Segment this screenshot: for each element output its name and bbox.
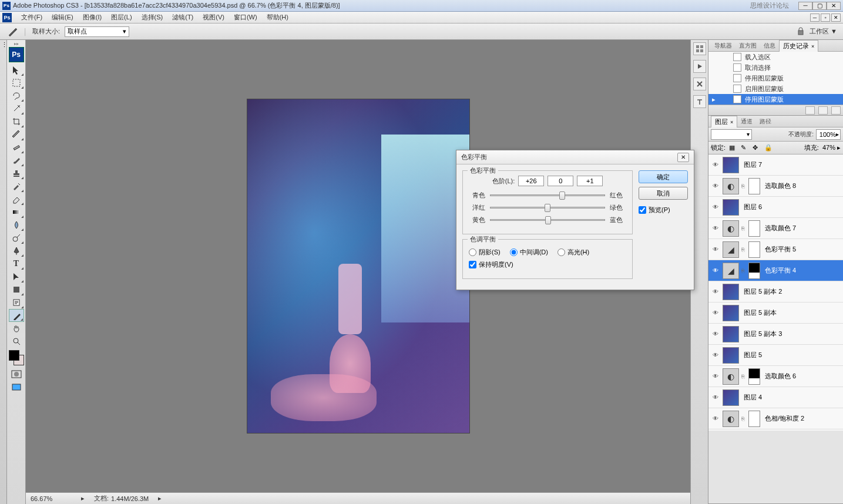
preserve-luminosity-checkbox[interactable]: 保持明度(V)	[469, 260, 513, 269]
layer-mask-thumb[interactable]	[748, 263, 760, 279]
dialog-titlebar[interactable]: 色彩平衡 ✕	[456, 150, 694, 164]
ps-menu-icon[interactable]: Ps	[2, 13, 12, 22]
layer-mask-thumb[interactable]	[748, 411, 760, 427]
magic-wand-tool[interactable]	[9, 102, 24, 115]
layer-thumb[interactable]	[723, 178, 739, 194]
toolbox-grip[interactable]: ▸▸	[7, 41, 25, 46]
layer-row[interactable]: 图层 6	[708, 197, 843, 218]
visibility-toggle[interactable]	[711, 414, 720, 424]
marquee-tool[interactable]	[9, 76, 24, 89]
close-icon[interactable]: ×	[811, 43, 814, 49]
visibility-toggle[interactable]	[711, 351, 720, 360]
layer-thumb[interactable]	[723, 157, 739, 173]
new-snapshot-icon[interactable]	[805, 106, 815, 115]
layer-thumb[interactable]	[723, 305, 739, 321]
layer-name[interactable]: 选取颜色 8	[763, 182, 841, 190]
lock-transparency-icon[interactable]: ▦	[729, 144, 737, 152]
lock-pixels-icon[interactable]: ✎	[741, 144, 749, 152]
history-item[interactable]: 启用图层蒙版	[708, 83, 843, 94]
pen-tool[interactable]	[9, 244, 24, 257]
level-3-input[interactable]	[577, 176, 603, 186]
dodge-tool[interactable]	[9, 231, 24, 244]
menu-window[interactable]: 窗口(W)	[229, 12, 262, 23]
layer-name[interactable]: 图层 5 副本 2	[741, 287, 841, 296]
workspace-dropdown[interactable]: 工作区 ▼	[810, 27, 837, 36]
layer-thumb[interactable]	[723, 411, 739, 427]
link-icon[interactable]: ⎘	[741, 226, 746, 231]
fill-field[interactable]: 47% ▸	[822, 144, 841, 152]
screen-mode-toggle[interactable]	[9, 381, 24, 394]
ok-button[interactable]: 确定	[639, 170, 688, 183]
layer-row[interactable]: ⎘色彩平衡 4	[708, 260, 843, 281]
layer-mask-thumb[interactable]	[748, 368, 760, 385]
layer-row[interactable]: ⎘选取颜色 7	[708, 218, 843, 239]
link-icon[interactable]: ⎘	[741, 247, 746, 253]
cancel-button[interactable]: 取消	[639, 187, 688, 200]
close-button[interactable]: ✕	[827, 2, 841, 10]
color-swatches[interactable]	[9, 350, 24, 365]
palette-well[interactable]: ⋮	[0, 40, 7, 504]
tab-info[interactable]: 信息	[760, 41, 779, 51]
blend-mode-dropdown[interactable]: ▾	[711, 129, 752, 140]
visibility-toggle[interactable]	[711, 224, 720, 233]
layer-row[interactable]: 图层 5 副本 3	[708, 324, 843, 345]
doc-restore-button[interactable]: ▫	[821, 14, 830, 22]
layer-row[interactable]: 图层 4	[708, 387, 843, 408]
layer-name[interactable]: 图层 7	[741, 160, 841, 169]
layer-row[interactable]: ⎘选取颜色 8	[708, 176, 843, 197]
dock-icon-char[interactable]	[693, 95, 706, 108]
doc-close-button[interactable]: ✕	[831, 14, 841, 22]
layer-thumb[interactable]	[723, 199, 739, 216]
layer-thumb[interactable]	[723, 284, 739, 300]
layer-name[interactable]: 选取颜色 7	[763, 224, 841, 233]
layer-mask-thumb[interactable]	[748, 178, 760, 194]
visibility-toggle[interactable]	[711, 182, 720, 191]
crop-tool[interactable]	[9, 115, 24, 128]
layer-thumb[interactable]	[723, 368, 739, 385]
layer-name[interactable]: 图层 6	[741, 203, 841, 211]
level-2-input[interactable]	[548, 176, 573, 186]
layer-thumb[interactable]	[723, 347, 739, 364]
visibility-toggle[interactable]	[711, 287, 720, 297]
history-item[interactable]: 停用图层蒙版	[708, 73, 843, 83]
history-brush-tool[interactable]	[9, 180, 24, 193]
menu-select[interactable]: 选择(S)	[137, 12, 168, 23]
menu-view[interactable]: 视图(V)	[198, 12, 229, 23]
layer-thumb[interactable]	[723, 389, 739, 406]
visibility-toggle[interactable]	[711, 203, 720, 212]
quickmask-toggle[interactable]	[9, 368, 24, 381]
layer-row[interactable]: ⎘色相/饱和度 2	[708, 408, 843, 429]
close-icon[interactable]: ×	[730, 119, 733, 125]
dialog-close-button[interactable]: ✕	[677, 153, 689, 162]
color-balance-dialog[interactable]: 色彩平衡 ✕ 色彩平衡 色阶(L): 青色 红色 洋红	[456, 150, 694, 290]
zoom-tool[interactable]	[9, 335, 24, 348]
stamp-tool[interactable]	[9, 167, 24, 180]
status-arrow-icon[interactable]: ▸	[81, 495, 85, 502]
layer-row[interactable]: 图层 5 副本 2	[708, 281, 843, 303]
dock-icon-grid[interactable]	[693, 42, 706, 55]
tab-navigator[interactable]: 导航器	[711, 41, 735, 51]
menu-help[interactable]: 帮助(H)	[262, 12, 293, 23]
current-tool-icon[interactable]	[6, 25, 19, 38]
visibility-toggle[interactable]	[711, 245, 720, 254]
new-document-icon[interactable]	[818, 106, 828, 115]
layer-row[interactable]: ⎘色彩平衡 5	[708, 239, 843, 260]
tab-histogram[interactable]: 直方图	[735, 41, 760, 51]
layer-name[interactable]: 图层 5	[741, 351, 841, 359]
brush-tool[interactable]	[9, 154, 24, 167]
healing-tool[interactable]	[9, 141, 24, 154]
notes-tool[interactable]	[9, 296, 24, 309]
foreground-color-swatch[interactable]	[9, 350, 19, 361]
layer-row[interactable]: 图层 7	[708, 154, 843, 176]
status-menu-arrow[interactable]: ▸	[158, 495, 162, 502]
visibility-toggle[interactable]	[711, 308, 720, 318]
cyan-red-slider[interactable]	[490, 194, 605, 196]
lock-icon[interactable]	[795, 27, 807, 36]
layer-name[interactable]: 图层 5 副本	[741, 308, 841, 317]
midtones-radio[interactable]: 中间调(D)	[510, 248, 548, 257]
magenta-green-slider[interactable]	[490, 207, 605, 209]
blur-tool[interactable]	[9, 219, 24, 231]
hand-tool[interactable]	[9, 322, 24, 335]
highlights-radio[interactable]: 高光(H)	[557, 248, 589, 257]
lasso-tool[interactable]	[9, 89, 24, 102]
